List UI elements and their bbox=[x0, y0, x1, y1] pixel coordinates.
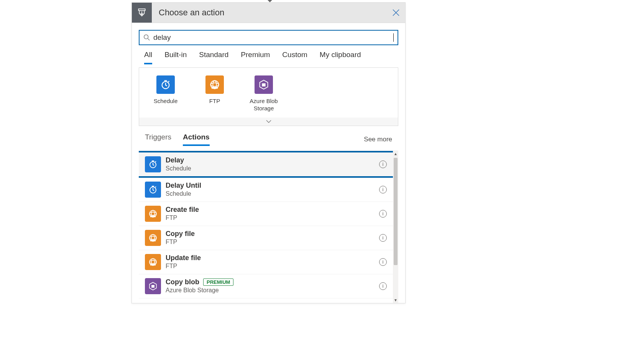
connector-label: Schedule bbox=[154, 98, 178, 105]
action-item[interactable]: Create fileFTPi bbox=[139, 202, 393, 226]
action-name: Delay Until bbox=[166, 182, 376, 190]
svg-point-25 bbox=[150, 260, 156, 264]
action-text: Update fileFTP bbox=[166, 254, 376, 270]
scrollbar[interactable]: ▲ ▼ bbox=[393, 151, 398, 303]
action-text: Delay UntilSchedule bbox=[166, 182, 376, 197]
action-text: Copy fileFTP bbox=[166, 230, 376, 246]
action-name: Copy file bbox=[166, 230, 376, 238]
action-connector-label: Azure Blob Storage bbox=[166, 287, 376, 294]
connector-ftp[interactable]: FTP bbox=[199, 75, 230, 112]
tab-my-clipboard[interactable]: My clipboard bbox=[320, 51, 361, 64]
connector-label: Azure Blob Storage bbox=[248, 98, 279, 112]
action-text: DelaySchedule bbox=[166, 156, 376, 172]
section-tabs: Triggers Actions See more bbox=[139, 126, 398, 146]
action-item[interactable]: Update fileFTPi bbox=[139, 250, 393, 274]
tab-all[interactable]: All bbox=[144, 51, 152, 64]
schedule-icon bbox=[145, 156, 161, 172]
svg-rect-11 bbox=[212, 87, 218, 89]
tab-built-in[interactable]: Built-in bbox=[164, 51, 187, 64]
connector-grid: Schedule FTP Azure Blob Storage bbox=[139, 67, 398, 118]
svg-rect-27 bbox=[150, 264, 156, 265]
action-item[interactable]: Copy blobPREMIUMAzure Blob Storagei bbox=[139, 274, 393, 298]
expand-connectors-button[interactable] bbox=[139, 118, 398, 126]
ftp-icon bbox=[205, 75, 224, 94]
search-icon bbox=[143, 34, 150, 41]
info-icon[interactable]: i bbox=[379, 282, 387, 290]
action-connector-label: FTP bbox=[166, 263, 376, 270]
blob-icon bbox=[145, 278, 161, 294]
info-icon[interactable]: i bbox=[379, 186, 387, 193]
ftp-icon bbox=[145, 230, 161, 246]
action-name: Copy blobPREMIUM bbox=[166, 278, 376, 286]
panel-header: Choose an action bbox=[132, 3, 405, 23]
tab-premium[interactable]: Premium bbox=[241, 51, 270, 64]
action-item[interactable]: DelaySchedulei bbox=[139, 151, 393, 178]
action-scroll-area: DelayScheduleiDelay UntilScheduleiCreate… bbox=[139, 151, 398, 303]
scroll-thumb[interactable] bbox=[394, 158, 398, 265]
svg-line-6 bbox=[148, 39, 150, 41]
action-name: Update file bbox=[166, 254, 376, 262]
svg-point-9 bbox=[211, 83, 219, 86]
blob-icon bbox=[255, 75, 273, 94]
svg-rect-13 bbox=[262, 84, 265, 87]
schedule-icon bbox=[145, 182, 161, 198]
connector-label: FTP bbox=[209, 98, 220, 105]
svg-rect-29 bbox=[151, 285, 154, 288]
panel-title: Choose an action bbox=[152, 8, 387, 18]
tab-actions[interactable]: Actions bbox=[183, 133, 210, 146]
action-connector-label: Schedule bbox=[166, 190, 376, 197]
action-connector-label: FTP bbox=[166, 215, 376, 221]
tab-custom[interactable]: Custom bbox=[282, 51, 307, 64]
action-name: Delay bbox=[166, 156, 376, 164]
scroll-down-icon[interactable]: ▼ bbox=[393, 297, 398, 303]
svg-rect-23 bbox=[150, 240, 156, 241]
schedule-icon bbox=[156, 75, 175, 94]
connector-blob[interactable]: Azure Blob Storage bbox=[248, 75, 279, 112]
action-item[interactable]: Copy fileFTPi bbox=[139, 226, 393, 250]
svg-rect-1 bbox=[138, 9, 145, 10]
info-icon[interactable]: i bbox=[379, 234, 387, 242]
action-name: Create file bbox=[166, 206, 376, 214]
see-more-link[interactable]: See more bbox=[364, 136, 392, 143]
info-icon[interactable]: i bbox=[379, 210, 387, 218]
choose-action-panel: Choose an action delay All Built-in Stan… bbox=[131, 2, 406, 303]
text-caret bbox=[393, 33, 394, 42]
action-item[interactable]: Delay UntilSchedulei bbox=[139, 178, 393, 202]
ftp-icon bbox=[145, 254, 161, 270]
svg-point-5 bbox=[144, 35, 148, 39]
svg-rect-19 bbox=[150, 216, 156, 217]
ftp-icon bbox=[145, 206, 161, 222]
action-list: DelayScheduleiDelay UntilScheduleiCreate… bbox=[139, 151, 393, 303]
close-button[interactable] bbox=[387, 3, 405, 22]
category-tabs: All Built-in Standard Premium Custom My … bbox=[139, 45, 398, 64]
info-icon[interactable]: i bbox=[379, 161, 387, 168]
action-text: Create fileFTP bbox=[166, 206, 376, 221]
connector-schedule[interactable]: Schedule bbox=[150, 75, 181, 112]
premium-badge: PREMIUM bbox=[203, 278, 233, 286]
action-header-icon bbox=[132, 3, 152, 23]
svg-point-21 bbox=[150, 236, 156, 239]
scroll-up-icon[interactable]: ▲ bbox=[393, 151, 398, 157]
action-connector-label: Schedule bbox=[166, 165, 376, 172]
tab-triggers[interactable]: Triggers bbox=[145, 133, 171, 146]
tab-standard[interactable]: Standard bbox=[199, 51, 228, 64]
search-box[interactable]: delay bbox=[139, 30, 398, 45]
action-text: Copy blobPREMIUMAzure Blob Storage bbox=[166, 278, 376, 294]
search-input[interactable]: delay bbox=[153, 33, 393, 42]
svg-point-17 bbox=[150, 212, 156, 215]
info-icon[interactable]: i bbox=[379, 258, 387, 266]
action-connector-label: FTP bbox=[166, 239, 376, 246]
